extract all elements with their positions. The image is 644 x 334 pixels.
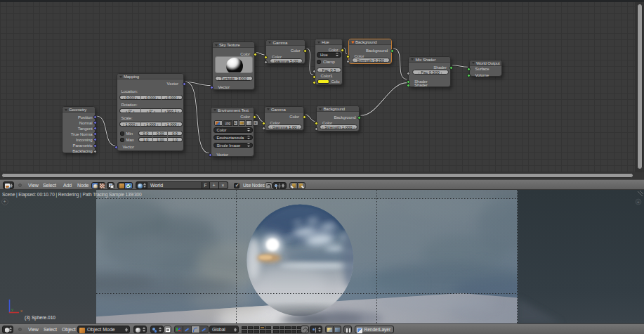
svg-text:(3) Sphere.010: (3) Sphere.010 bbox=[25, 315, 55, 321]
svg-text:+: + bbox=[4, 199, 6, 204]
svg-text:+: + bbox=[637, 200, 640, 204]
svg-text:y: y bbox=[11, 307, 13, 311]
svg-text:Scene | Elapsed: 00:10.70 | Re: Scene | Elapsed: 00:10.70 | Rendering | … bbox=[2, 192, 142, 198]
svg-text:x: x bbox=[20, 309, 22, 313]
